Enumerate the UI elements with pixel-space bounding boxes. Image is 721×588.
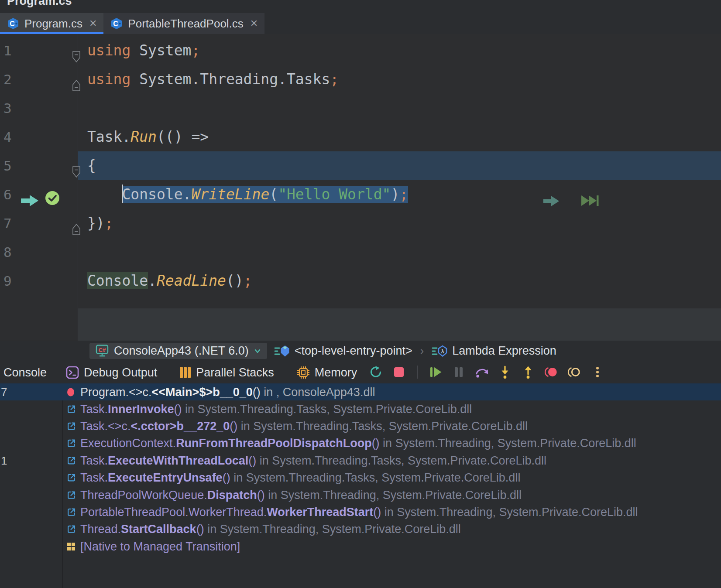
code-token: Task. (87, 128, 130, 145)
line-number: 5 (3, 151, 12, 180)
pause-program-button[interactable] (452, 365, 466, 379)
close-icon[interactable]: ✕ (89, 18, 97, 29)
frame-prefix: PortableThreadPool.WorkerThread. (80, 506, 267, 519)
step-over-button[interactable] (475, 365, 489, 379)
external-frame-icon (66, 490, 76, 500)
tab-label: Program.cs (24, 17, 82, 31)
entry-point-icon (274, 345, 290, 358)
step-out-button[interactable] (521, 365, 535, 379)
code-token: ReadLine (157, 272, 226, 289)
line-number: 9 (3, 267, 12, 295)
svg-text:C#: C# (99, 347, 106, 353)
code-token: ; (399, 186, 408, 203)
close-icon[interactable]: ✕ (250, 18, 258, 29)
rerun-debug-button[interactable] (369, 365, 383, 379)
code-editor[interactable]: 1using System;2using System.Threading.Ta… (0, 34, 721, 341)
code-token: . (148, 272, 157, 289)
stack-frame-row[interactable]: 7Program.<>c.<<Main>$>b__0_0() in , Cons… (0, 383, 721, 400)
debug-toolwindow-tabs: ConsoleDebug OutputParallel StacksMemory (0, 361, 721, 384)
stack-frame-row[interactable]: Task.<>c.<.cctor>b__272_0() in System.Th… (0, 417, 721, 434)
stack-frame-row[interactable]: ExecutionContext.RunFromThreadPoolDispat… (0, 435, 721, 452)
ide-window: Program.cs CProgram.cs✕CPortableThreadPo… (0, 0, 721, 588)
code-line-4[interactable]: 4Task.Run(() => (0, 123, 721, 151)
code-text: Console.ReadLine(); (87, 267, 252, 295)
step-into-button[interactable] (498, 365, 512, 379)
frame-prefix: Thread. (80, 523, 121, 536)
stop-button[interactable] (392, 365, 406, 379)
code-line-8[interactable]: 8 (0, 238, 721, 267)
code-line-5[interactable]: 5{ (0, 151, 721, 180)
breadcrumb: C#ConsoleApp43 (.NET 6.0)<top-level-entr… (0, 341, 721, 361)
code-text: { (87, 151, 96, 180)
debug-tab-label: Console (3, 366, 47, 379)
frame-location: in System.Threading.Tasks, System.Privat… (230, 471, 521, 484)
csharp-file-icon: C (7, 17, 20, 30)
stack-frame-text: Task.<>c.<.cctor>b__272_0() in System.Th… (80, 420, 528, 433)
frame-location: in System.Threading.Tasks, System.Privat… (182, 402, 472, 415)
debug-tab-console[interactable]: Console (0, 361, 53, 384)
breakpoint-dot-icon (66, 387, 75, 397)
breadcrumb-item[interactable]: <top-level-entry-point> (274, 344, 412, 358)
code-line-7[interactable]: 7}); (0, 209, 721, 238)
stack-frame-row[interactable]: PortableThreadPool.WorkerThread.WorkerTh… (0, 503, 721, 520)
debug-tab-parallel-stacks[interactable]: Parallel Stacks (173, 361, 281, 384)
frame-prefix: ExecutionContext. (80, 437, 176, 450)
code-text: using System.Threading.Tasks; (87, 65, 339, 94)
view-breakpoints-button[interactable] (544, 365, 558, 379)
stack-frame-text: Task.ExecuteWithThreadLocal() in System.… (80, 454, 546, 467)
line-number: 7 (3, 209, 12, 238)
debug-tab-memory[interactable]: Memory (290, 361, 364, 384)
code-token: () (226, 272, 244, 289)
stack-frame-row[interactable]: Task.ExecuteEntryUnsafe() in System.Thre… (0, 469, 721, 486)
more-options-button[interactable] (591, 365, 604, 379)
resume-program-button[interactable] (429, 365, 443, 379)
code-token: ) (391, 186, 399, 203)
debug-tab-debug-output[interactable]: Debug Output (59, 361, 164, 384)
frame-parens: () (257, 488, 265, 501)
selected-code: Console.WriteLine("Hello World"); (122, 186, 408, 203)
code-line-1[interactable]: 1using System; (0, 36, 721, 65)
code-token: (() (157, 128, 191, 145)
stack-frame-row[interactable]: Task.InnerInvoke() in System.Threading.T… (0, 400, 721, 417)
native-transition-icon (66, 542, 76, 551)
code-token: ; (244, 272, 252, 289)
editor-tab-portablethreadpool-cs[interactable]: CPortableThreadPool.cs✕ (103, 13, 264, 34)
frame-prefix: Task.<>c. (80, 420, 131, 433)
stack-frame-text: Task.InnerInvoke() in System.Threading.T… (80, 402, 472, 416)
stack-frame-text: Program.<>c.<<Main>$>b__0_0() in , Conso… (80, 385, 375, 399)
frame-method: <<Main>$>b__0_0 (152, 385, 253, 398)
code-token: using (87, 71, 130, 88)
breadcrumb-item[interactable]: λLambda Expression (432, 344, 556, 358)
external-frame-icon (66, 524, 76, 534)
window-title: Program.cs (7, 0, 72, 8)
stack-frame-row[interactable]: 1Task.ExecuteWithThreadLocal() in System… (0, 452, 721, 469)
external-frame-icon (66, 473, 76, 483)
breakpoint-ring-button[interactable] (567, 365, 581, 379)
editor-tab-program-cs[interactable]: CProgram.cs✕ (0, 13, 103, 34)
editor-tab-bar: CProgram.cs✕CPortableThreadPool.cs✕ (0, 13, 721, 34)
frame-method: <.cctor>b__272_0 (131, 420, 230, 433)
breadcrumb-item[interactable]: C#ConsoleApp43 (.NET 6.0) (89, 343, 267, 359)
stack-frame-text: [Native to Managed Transition] (80, 540, 240, 553)
code-token: ; (105, 215, 113, 232)
code-line-3[interactable]: 3 (0, 94, 721, 123)
code-token: { (87, 157, 96, 174)
stack-frame-text: ThreadPoolWorkQueue.Dispatch() in System… (80, 488, 522, 502)
frame-prefix: ThreadPoolWorkQueue. (80, 488, 207, 501)
toolbar-divider (417, 366, 418, 379)
code-line-9[interactable]: 9Console.ReadLine(); (0, 267, 721, 295)
code-token: Console (87, 272, 148, 289)
code-token: }) (87, 215, 105, 232)
code-line-2[interactable]: 2using System.Threading.Tasks; (0, 65, 721, 94)
line-number: 8 (3, 238, 12, 267)
code-token: System (130, 42, 191, 59)
stack-frame-row[interactable]: ThreadPoolWorkQueue.Dispatch() in System… (0, 486, 721, 503)
stack-frame-row[interactable]: Thread.StartCallback() in System.Threadi… (0, 521, 721, 538)
line-number: 3 (3, 94, 12, 123)
breadcrumb-separator: › (419, 345, 425, 357)
line-number: 6 (3, 180, 12, 209)
code-token: "Hello World" (278, 186, 391, 203)
code-line-6[interactable]: 6 Console.WriteLine("Hello World"); (0, 180, 721, 209)
stack-frame-row[interactable]: [Native to Managed Transition] (0, 538, 721, 555)
frame-location: in System.Threading, System.Private.Core… (204, 523, 461, 536)
